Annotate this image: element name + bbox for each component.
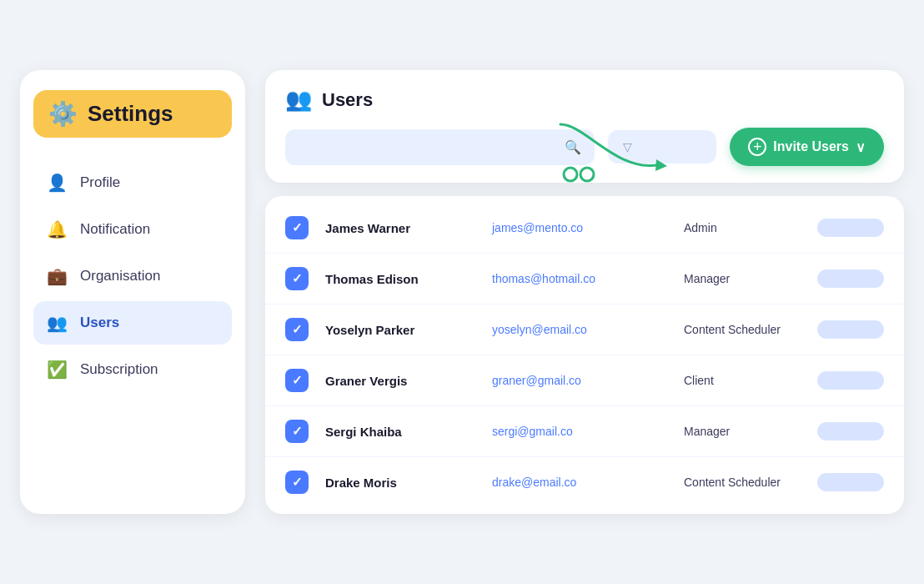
user-name: Drake Moris [325, 476, 492, 490]
sidebar: ⚙️ Settings 👤 Profile 🔔 Notification 💼 O… [20, 70, 245, 514]
sidebar-title: Settings [88, 101, 173, 127]
table-row: ✓ Sergi Khaiba sergi@gmail.co Manager [265, 406, 904, 457]
app-container: ⚙️ Settings 👤 Profile 🔔 Notification 💼 O… [20, 70, 904, 514]
table-row: ✓ Drake Moris drake@email.co Content Sch… [265, 457, 904, 507]
user-action-button[interactable] [817, 473, 884, 491]
check-icon: ✓ [292, 322, 303, 337]
sidebar-header: ⚙️ Settings [33, 90, 232, 138]
user-email: graner@gmail.co [492, 374, 684, 387]
user-email: sergi@gmail.co [492, 425, 684, 438]
user-action-button[interactable] [817, 371, 884, 390]
search-box[interactable]: 🔍 [285, 129, 595, 165]
checkbox-thomas[interactable]: ✓ [285, 267, 309, 290]
checkbox-graner[interactable]: ✓ [285, 369, 309, 392]
notification-icon: 🔔 [47, 219, 67, 239]
user-action-button[interactable] [817, 269, 884, 288]
users-header-icon: 👥 [285, 87, 312, 113]
checkbox-sergi[interactable]: ✓ [285, 420, 309, 443]
user-name: Sergi Khaiba [325, 425, 492, 439]
user-role: Manager [684, 425, 817, 438]
user-role: Admin [684, 221, 817, 234]
search-icon: 🔍 [565, 139, 581, 155]
check-icon: ✓ [292, 220, 303, 235]
user-role: Content Scheduler [684, 476, 817, 489]
sidebar-item-label-notification: Notification [80, 221, 150, 238]
sidebar-item-organisation[interactable]: 💼 Organisation [33, 254, 232, 298]
main-panel: 👥 Users 🔍 ▽ + Invite Users ∨ [265, 70, 904, 514]
user-name: Thomas Edison [325, 272, 492, 286]
check-icon: ✓ [292, 475, 303, 490]
user-action-button[interactable] [817, 422, 884, 441]
table-row: ✓ James Warner james@mento.co Admin [265, 203, 904, 254]
controls-bar: 🔍 ▽ + Invite Users ∨ [285, 128, 884, 166]
top-card-header: 👥 Users [285, 87, 884, 113]
check-icon: ✓ [292, 424, 303, 439]
users-icon: 👥 [47, 313, 67, 333]
check-icon: ✓ [292, 271, 303, 286]
sidebar-item-subscription[interactable]: ✅ Subscription [33, 348, 232, 391]
checkbox-james[interactable]: ✓ [285, 216, 309, 239]
user-email: drake@email.co [492, 476, 684, 489]
table-row: ✓ Thomas Edison thomas@hotmail.co Manage… [265, 254, 904, 305]
sidebar-item-notification[interactable]: 🔔 Notification [33, 208, 232, 251]
user-role: Content Scheduler [684, 323, 817, 336]
user-name: James Warner [325, 221, 492, 235]
user-action-button[interactable] [817, 219, 884, 237]
user-role: Client [684, 374, 817, 387]
user-email: yoselyn@email.co [492, 323, 684, 336]
sidebar-item-label-profile: Profile [80, 174, 120, 191]
svg-point-1 [564, 168, 577, 181]
user-name: Graner Vergis [325, 374, 492, 388]
filter-icon: ▽ [623, 140, 632, 154]
top-card: 👥 Users 🔍 ▽ + Invite Users ∨ [265, 70, 904, 183]
filter-box[interactable]: ▽ [608, 130, 716, 164]
search-input[interactable] [299, 140, 558, 154]
subscription-icon: ✅ [47, 360, 67, 380]
sidebar-item-profile[interactable]: 👤 Profile [33, 161, 232, 204]
profile-icon: 👤 [47, 173, 67, 193]
checkbox-drake[interactable]: ✓ [285, 471, 309, 494]
invite-chevron-icon: ∨ [856, 139, 866, 155]
invite-users-button[interactable]: + Invite Users ∨ [730, 128, 884, 166]
users-title: Users [322, 89, 373, 111]
table-row: ✓ Yoselyn Parker yoselyn@email.co Conten… [265, 305, 904, 355]
user-email: james@mento.co [492, 221, 684, 234]
svg-point-2 [580, 168, 594, 181]
settings-icon: ⚙️ [48, 100, 78, 128]
sidebar-item-users[interactable]: 👥 Users [33, 301, 232, 345]
sidebar-item-label-organisation: Organisation [80, 268, 160, 284]
check-icon: ✓ [292, 373, 303, 388]
user-action-button[interactable] [817, 320, 884, 339]
user-role: Manager [684, 272, 817, 285]
organisation-icon: 💼 [47, 266, 67, 286]
sidebar-item-label-subscription: Subscription [80, 361, 158, 378]
invite-label: Invite Users [773, 139, 849, 154]
checkbox-yoselyn[interactable]: ✓ [285, 318, 309, 341]
users-table-card: ✓ James Warner james@mento.co Admin ✓ Th… [265, 196, 904, 514]
table-row: ✓ Graner Vergis graner@gmail.co Client [265, 355, 904, 406]
invite-plus-icon: + [748, 138, 766, 156]
user-email: thomas@hotmail.co [492, 272, 684, 285]
user-name: Yoselyn Parker [325, 323, 492, 337]
sidebar-item-label-users: Users [80, 315, 119, 331]
